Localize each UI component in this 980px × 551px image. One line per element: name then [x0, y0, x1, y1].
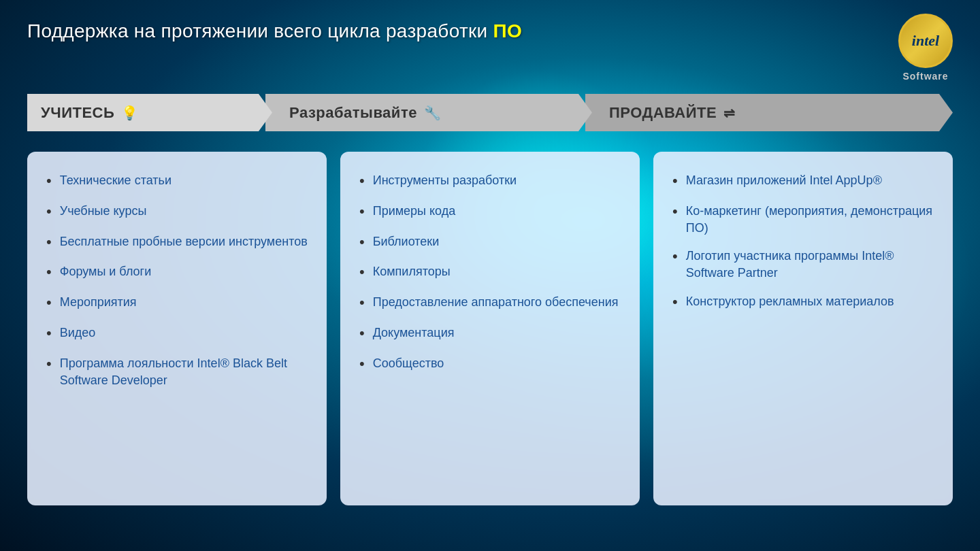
card-learn: Технические статьи Учебные курсы Бесплат…: [27, 152, 327, 505]
card-develop: Инструменты разработки Примеры кода Библ…: [340, 152, 640, 505]
nav-sell-label: ПРОДАВАЙТЕ: [609, 104, 717, 122]
develop-list: Инструменты разработки Примеры кода Библ…: [359, 172, 621, 375]
card-sell: Магазин приложений Intel AppUp® Ко-марке…: [653, 152, 953, 505]
page-title: Поддержка на протяжении всего цикла разр…: [27, 14, 522, 42]
nav-develop-label: Разрабатывайте: [289, 104, 417, 122]
header: Поддержка на протяжении всего цикла разр…: [27, 14, 953, 82]
nav-item-sell[interactable]: ПРОДАВАЙТЕ ⇌: [585, 94, 953, 131]
nav-sell-icon: ⇌: [723, 105, 736, 121]
list-item: Бесплатные пробные версии инструментов: [46, 233, 308, 253]
sell-list: Магазин приложений Intel AppUp® Ко-марке…: [672, 172, 934, 312]
nav-develop-icon: 🔧: [424, 105, 442, 121]
list-item: Программа лояльности Intel® Black Belt S…: [46, 355, 308, 389]
list-item: Ко-маркетинг (мероприятия, демонстрация …: [672, 203, 934, 237]
learn-list: Технические статьи Учебные курсы Бесплат…: [46, 172, 308, 389]
list-item: Форумы и блоги: [46, 263, 308, 283]
list-item: Библиотеки: [359, 233, 621, 253]
page-container: Поддержка на протяжении всего цикла разр…: [0, 0, 980, 551]
list-item: Магазин приложений Intel AppUp®: [672, 172, 934, 192]
list-item: Мероприятия: [46, 294, 308, 314]
intel-software-label: Software: [902, 71, 948, 82]
list-item: Инструменты разработки: [359, 172, 621, 192]
intel-brand-text: intel: [912, 32, 939, 50]
nav-learn-label: УЧИТЕСЬ: [41, 104, 114, 122]
list-item: Технические статьи: [46, 172, 308, 192]
list-item: Сообщество: [359, 355, 621, 375]
list-item: Учебные курсы: [46, 203, 308, 222]
intel-logo: intel Software: [898, 14, 953, 82]
intel-logo-circle: intel: [898, 14, 953, 68]
nav-learn-icon: 💡: [121, 105, 139, 121]
list-item: Предоставление аппаратного обеспечения: [359, 294, 621, 314]
nav-item-develop[interactable]: Разрабатывайте 🔧: [265, 94, 592, 131]
cards-container: Технические статьи Учебные курсы Бесплат…: [27, 152, 953, 505]
nav-bar: УЧИТЕСЬ 💡 Разрабатывайте 🔧 ПРОДАВАЙТЕ ⇌: [27, 94, 953, 131]
list-item: Логотип участника программы Intel® Softw…: [672, 248, 934, 282]
list-item: Документация: [359, 324, 621, 344]
title-highlight: ПО: [493, 20, 523, 41]
list-item: Видео: [46, 324, 308, 344]
title-text: Поддержка на протяжении всего цикла разр…: [27, 20, 488, 41]
list-item: Примеры кода: [359, 203, 621, 222]
nav-item-learn[interactable]: УЧИТЕСЬ 💡: [27, 94, 272, 131]
list-item: Компиляторы: [359, 263, 621, 283]
list-item: Конструктор рекламных материалов: [672, 293, 934, 313]
